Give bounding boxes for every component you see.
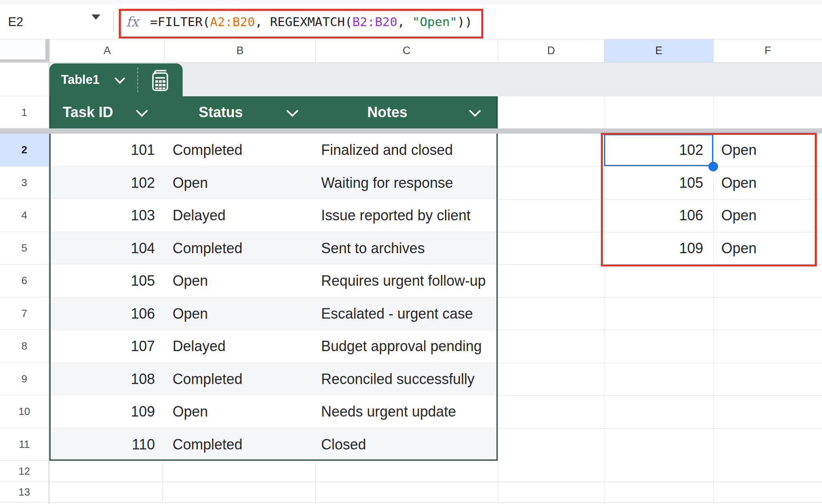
- cell-B11[interactable]: Completed: [173, 428, 242, 461]
- row-header-11[interactable]: 11: [0, 428, 49, 461]
- table-border-bottom: [49, 459, 498, 461]
- cell-C6[interactable]: Requires urgent follow-up: [321, 264, 486, 297]
- gridline: [498, 297, 822, 298]
- column-header-top-line: [0, 39, 822, 39]
- gridline: [315, 461, 315, 502]
- cell-C9[interactable]: Reconciled successfully: [321, 363, 474, 396]
- row-header-10[interactable]: 10: [0, 395, 49, 428]
- gridline: [498, 461, 498, 502]
- cell-A11[interactable]: 110: [49, 428, 155, 461]
- table-header-row: Task IDStatusNotes: [49, 96, 498, 128]
- gridline: [498, 96, 822, 96]
- table-grid-icon[interactable]: [151, 69, 170, 92]
- table-name: Table1: [61, 63, 100, 96]
- column-header-bottom-line: [0, 62, 822, 63]
- red-annotation-results-box: [601, 133, 817, 266]
- cell-A5[interactable]: 104: [49, 232, 155, 265]
- toolbar-divider: [113, 11, 114, 31]
- cell-B6[interactable]: Open: [173, 264, 208, 297]
- cell-B8[interactable]: Delayed: [173, 330, 226, 363]
- row-header-3[interactable]: 3: [0, 167, 49, 199]
- cell-C5[interactable]: Sent to archives: [321, 232, 425, 265]
- gridline: [498, 428, 822, 429]
- table-border-right: [496, 96, 498, 461]
- cell-A4[interactable]: 103: [49, 199, 155, 232]
- cell-A6[interactable]: 105: [49, 264, 155, 297]
- table-header-label: Task ID: [63, 104, 113, 121]
- column-header-D[interactable]: D: [498, 39, 604, 63]
- table-menu-chevron-icon[interactable]: [114, 73, 125, 84]
- top-strip: [0, 0, 822, 5]
- name-box-caret-icon[interactable]: [92, 14, 100, 20]
- table-tab-divider: [137, 67, 138, 92]
- cell-B7[interactable]: Open: [173, 297, 208, 330]
- select-all-corner[interactable]: [0, 39, 49, 63]
- table-header-label: Notes: [367, 104, 407, 121]
- row-header-6[interactable]: 6: [0, 264, 49, 297]
- table-border-left: [49, 96, 51, 461]
- cell-B4[interactable]: Delayed: [173, 199, 226, 232]
- red-annotation-formula-box: [119, 9, 483, 39]
- cell-C7[interactable]: Escalated - urgent case: [321, 297, 473, 330]
- table-header-label: Status: [199, 104, 243, 121]
- cell-B3[interactable]: Open: [173, 167, 208, 199]
- table-header-cell-task-id[interactable]: Task ID: [49, 96, 165, 128]
- cell-A7[interactable]: 106: [49, 297, 155, 330]
- cell-C11[interactable]: Closed: [321, 428, 366, 461]
- row-header-5[interactable]: 5: [0, 232, 49, 265]
- name-box[interactable]: E2: [0, 5, 113, 39]
- gridline: [49, 502, 822, 503]
- cell-B10[interactable]: Open: [173, 395, 208, 428]
- cell-C4[interactable]: Issue reported by client: [321, 199, 470, 232]
- gridline: [49, 482, 822, 482]
- column-dropdown-chevron-icon[interactable]: [136, 105, 148, 117]
- table-header-cell-notes[interactable]: Notes: [315, 96, 498, 128]
- cell-C3[interactable]: Waiting for response: [321, 167, 453, 199]
- table-header-cell-status[interactable]: Status: [165, 96, 315, 128]
- gridline: [163, 461, 163, 502]
- column-header-B[interactable]: B: [165, 39, 315, 63]
- cell-B5[interactable]: Completed: [173, 232, 242, 265]
- column-dropdown-chevron-icon[interactable]: [469, 105, 481, 117]
- row-header-8[interactable]: 8: [0, 330, 49, 363]
- column-header-E[interactable]: E: [604, 39, 713, 63]
- cell-B2[interactable]: Completed: [173, 134, 242, 167]
- cell-A10[interactable]: 109: [49, 395, 155, 428]
- spreadsheet: E2 fx =FILTER(A2:B20, REGEXMATCH(B2:B20,…: [0, 0, 822, 504]
- cell-C8[interactable]: Budget approval pending: [321, 330, 482, 363]
- row-header-9[interactable]: 9: [0, 363, 49, 396]
- cell-A9[interactable]: 108: [49, 363, 155, 396]
- column-header-A[interactable]: A: [49, 39, 165, 63]
- gridline: [498, 363, 822, 363]
- column-header-C[interactable]: C: [315, 39, 498, 63]
- gridline: [498, 395, 822, 396]
- row-header-1[interactable]: 1: [0, 96, 49, 128]
- cell-A3[interactable]: 102: [49, 167, 155, 199]
- row-header-7[interactable]: 7: [0, 297, 49, 330]
- cell-C2[interactable]: Finalized and closed: [321, 134, 453, 167]
- column-header-F[interactable]: F: [713, 39, 822, 63]
- row-header-blank[interactable]: [0, 63, 49, 96]
- name-box-value: E2: [8, 5, 23, 39]
- cell-A8[interactable]: 107: [49, 330, 155, 363]
- cell-A2[interactable]: 101: [49, 134, 155, 167]
- row-header-2[interactable]: 2: [0, 134, 49, 167]
- column-dropdown-chevron-icon[interactable]: [287, 105, 299, 117]
- row-header-13[interactable]: 13: [0, 482, 49, 502]
- gridline: [498, 330, 822, 330]
- row-header-12[interactable]: 12: [0, 461, 49, 482]
- cell-B9[interactable]: Completed: [173, 363, 242, 396]
- cell-C10[interactable]: Needs urgent update: [321, 395, 456, 428]
- table-tab[interactable]: Table1: [49, 63, 183, 96]
- row-header-4[interactable]: 4: [0, 199, 49, 232]
